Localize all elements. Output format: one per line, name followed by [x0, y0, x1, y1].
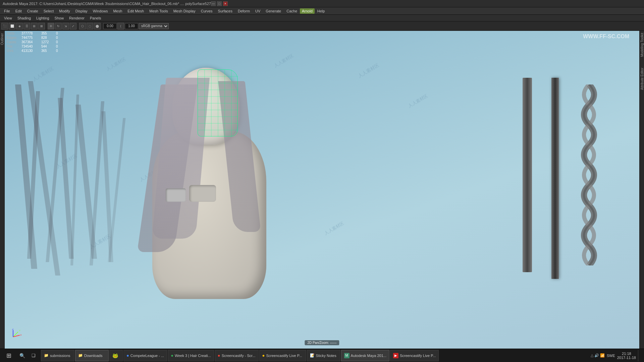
left-sidebar: Outliner: [0, 31, 5, 349]
menu-item2-view[interactable]: View: [1, 15, 15, 21]
tool-btn-4[interactable]: ☰: [23, 23, 30, 29]
close-button[interactable]: ✕: [223, 1, 228, 6]
system-tray: △ 🔊 📶 SWE 21:18 2017-11-18: [591, 350, 643, 361]
viewport-3d[interactable]: 人人素材区 人人素材区 人人素材区 人人素材区 人人素材区 人人素材区 人人素材…: [5, 31, 639, 349]
tool-btn-transform[interactable]: ⤢: [70, 23, 76, 29]
menu-item-windows[interactable]: Windows: [90, 8, 111, 14]
menu-item2-shading[interactable]: Shading: [15, 15, 34, 21]
tool-btn-select[interactable]: ⬡: [79, 23, 86, 29]
taskbar-screencastify2[interactable]: ▶ Screencastify Live P...: [390, 350, 439, 361]
toolbar: ⬛ ⬜ ◈ ☰ ⊞ ⊠ ✛ ↻ ⇲ ⤢ ⬡ ◌ ⬤ ⟨ sRGB gamma: [0, 21, 644, 31]
svg-text:Z: Z: [12, 328, 14, 330]
right-panels: Modeling Toolkit Attribute Editor: [639, 31, 644, 349]
tool-btn-3[interactable]: ◈: [16, 23, 23, 29]
right-column-object: [523, 78, 532, 272]
toolbar-icon-1[interactable]: ⟨: [117, 23, 124, 29]
tool-btn-5[interactable]: ⊞: [31, 23, 38, 29]
watermark-10: 人人素材区: [323, 220, 345, 236]
menu-item-select[interactable]: Select: [41, 8, 57, 14]
watermark-5: 人人素材区: [357, 62, 380, 79]
menu-item-cache[interactable]: Cache: [284, 8, 300, 14]
folder-icon: 📁: [44, 353, 49, 358]
start-button[interactable]: ⊞: [1, 350, 16, 361]
brand-watermark: WWW.FF-SC.COM: [583, 34, 629, 40]
maya-label: Autodesk Maya 201...: [351, 354, 386, 358]
tool-btn-2[interactable]: ⬜: [9, 23, 15, 29]
taskbar-week3[interactable]: ● Week 3 | Hair Creati...: [168, 350, 214, 361]
chrome-icon-3: ●: [218, 353, 220, 358]
tray-icons: △ 🔊 📶: [591, 353, 605, 358]
tool-btn-lasso[interactable]: ◌: [87, 23, 93, 29]
taskbar-downloads[interactable]: 📁 Downloads: [75, 350, 109, 361]
menu-item-modify[interactable]: Modify: [56, 8, 72, 14]
taskbar-frog[interactable]: 🐸: [109, 350, 123, 361]
submissions-label: submissions: [50, 354, 70, 358]
maya-icon: M: [344, 353, 350, 358]
tool-btn-scale[interactable]: ⇲: [62, 23, 69, 29]
menu-bar-2: ViewShadingLightingShowRendererPanels: [0, 15, 644, 21]
tool-btn-rotate[interactable]: ↻: [55, 23, 62, 29]
menu-item-mesh-display[interactable]: Mesh Display: [171, 8, 198, 14]
watermark-6: 人人素材区: [407, 93, 429, 109]
attribute-editor-label[interactable]: Attribute Editor: [640, 66, 644, 92]
taskbar-compete[interactable]: ● CompeteLeague - ...: [123, 350, 167, 361]
tool-btn-paint[interactable]: ⬤: [94, 23, 101, 29]
menu-item-mesh-tools[interactable]: Mesh Tools: [147, 8, 170, 14]
watermark-2: 人人素材区: [105, 56, 127, 72]
menu-item-create[interactable]: Create: [24, 8, 41, 14]
chrome-icon-2: ●: [171, 353, 173, 358]
watermark-1: 人人素材区: [32, 66, 55, 83]
menu-item2-renderer[interactable]: Renderer: [66, 15, 87, 21]
tool-btn-6[interactable]: ⊠: [38, 23, 45, 29]
zoom-indicator: 2D Pan/Zoom: ------: [305, 340, 339, 345]
taskbar-submissions[interactable]: 📁 submissions: [41, 350, 74, 361]
taskbar-sticky[interactable]: 📝 Sticky Notes: [307, 350, 340, 361]
sidebar-outliner-label[interactable]: Outliner: [0, 32, 4, 46]
menu-item-mesh[interactable]: Mesh: [110, 8, 125, 14]
taskbar-screencastify-scr[interactable]: ● Screencastify - Scr...: [215, 350, 259, 361]
menu-item-edit-mesh[interactable]: Edit Mesh: [125, 8, 147, 14]
menu-item-arnold[interactable]: Arnold: [300, 8, 315, 14]
menu-item-file[interactable]: File: [1, 8, 13, 14]
tool-btn-1[interactable]: ⬛: [1, 23, 8, 29]
armor-detail-1: [166, 188, 186, 202]
screencastify2-label: Screencastify Live P...: [400, 354, 436, 358]
modeling-toolkit-label[interactable]: Modeling Toolkit: [640, 31, 644, 59]
menu-item2-lighting[interactable]: Lighting: [34, 15, 52, 21]
screencastify-scr-label: Screencastify - Scr...: [222, 354, 256, 358]
toolbar-value2[interactable]: [125, 23, 138, 29]
show-desktop-btn[interactable]: [638, 350, 640, 361]
menu-item-display[interactable]: Display: [73, 8, 90, 14]
taskbar-maya[interactable]: M Autodesk Maya 201...: [341, 350, 389, 361]
taskbar-screencastify-live[interactable]: ● Screencastify Live P...: [259, 350, 306, 361]
clock[interactable]: 21:18 2017-11-18: [617, 352, 636, 360]
title-bar: Autodesk Maya 2017: C:\Users\JohanL\Desk…: [0, 0, 644, 7]
menu-item-uv[interactable]: UV: [253, 8, 263, 14]
task-view-button[interactable]: ❑: [29, 350, 40, 361]
svg-text:X: X: [20, 334, 21, 337]
clock-time: 21:18: [622, 352, 631, 356]
chrome-icon-4: ●: [262, 353, 265, 358]
menu-item-generate[interactable]: Generate: [263, 8, 284, 14]
taskbar: ⊞ 🔍 ❑ 📁 submissions 📁 Downloads 🐸 ● Comp…: [0, 349, 644, 362]
downloads-label: Downloads: [84, 354, 102, 358]
chrome-icon-1: ●: [126, 353, 129, 358]
compete-label: CompeteLeague - ...: [130, 354, 164, 358]
gamma-select[interactable]: sRGB gamma: [139, 23, 169, 29]
maximize-button[interactable]: □: [217, 1, 222, 6]
toolbar-value1[interactable]: [103, 23, 117, 29]
title-bar-text: Autodesk Maya 2017: C:\Users\JohanL\Desk…: [3, 2, 211, 6]
menu-item-edit[interactable]: Edit: [13, 8, 24, 14]
tool-btn-move[interactable]: ✛: [48, 23, 54, 29]
search-button[interactable]: 🔍: [17, 350, 28, 361]
menu-item-curves[interactable]: Curves: [198, 8, 215, 14]
menu-item2-show[interactable]: Show: [52, 15, 67, 21]
week3-label: Week 3 | Hair Creati...: [175, 354, 211, 358]
helix-object: [572, 84, 606, 265]
menu-item-help[interactable]: Help: [315, 8, 328, 14]
minimize-button[interactable]: —: [211, 1, 216, 6]
menu-item2-panels[interactable]: Panels: [87, 15, 104, 21]
menu-item-surfaces[interactable]: Surfaces: [215, 8, 235, 14]
menu-item-deform[interactable]: Deform: [235, 8, 253, 14]
window-controls: — □ ✕: [211, 1, 228, 6]
